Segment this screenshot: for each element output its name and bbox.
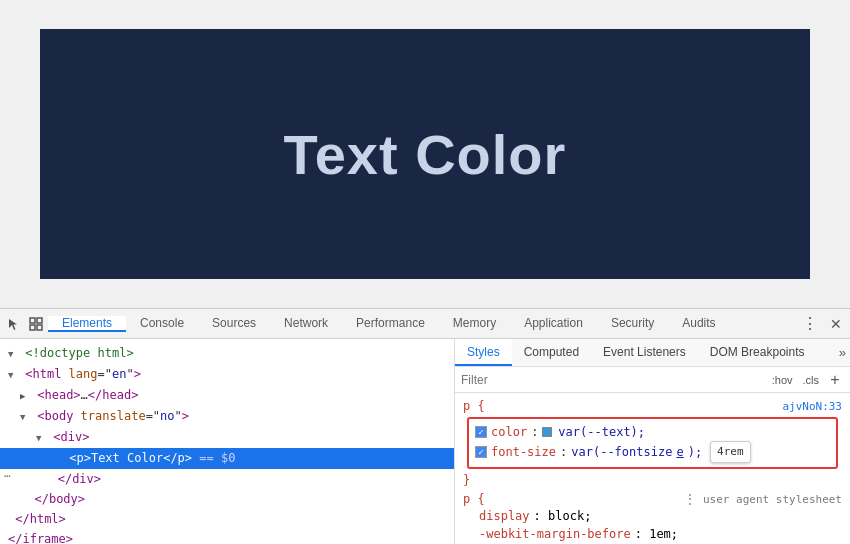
devtools-more-icon[interactable]: ⋮ xyxy=(798,314,822,333)
add-style-button[interactable]: + xyxy=(826,371,844,389)
dom-line[interactable]: <html lang="en"> xyxy=(0,364,454,385)
triangle-icon[interactable]: ▶ xyxy=(20,387,30,405)
inspect-icon[interactable] xyxy=(26,314,46,334)
rule1-prop-fontsize: font-size: var(--fontsizee); 4rem xyxy=(475,441,830,463)
styles-subtab-more-icon[interactable]: » xyxy=(839,345,846,360)
styles-subtab-overflow: » xyxy=(839,339,850,366)
devtools-panel: Elements Console Sources Network Perform… xyxy=(0,308,850,544)
svg-rect-0 xyxy=(30,318,35,323)
dom-line[interactable]: <div> xyxy=(0,427,454,448)
triangle-icon[interactable] xyxy=(36,429,46,447)
prop-checkbox-fontsize[interactable] xyxy=(475,446,487,458)
subtab-dom-breakpoints[interactable]: DOM Breakpoints xyxy=(698,339,817,366)
svg-rect-3 xyxy=(37,325,42,330)
preview-area: Text Color xyxy=(0,0,850,308)
subtab-event-listeners[interactable]: Event Listeners xyxy=(591,339,698,366)
cls-button[interactable]: .cls xyxy=(800,373,823,387)
rule2-prop-margin-before: -webkit-margin-before: 1em; xyxy=(463,525,842,543)
dom-selection-indicator: … xyxy=(4,467,11,480)
rule2-prop-display: display: block; xyxy=(463,507,842,525)
tab-memory[interactable]: Memory xyxy=(439,316,510,332)
dom-line[interactable]: </div> xyxy=(0,469,454,489)
preview-text: Text Color xyxy=(284,122,567,187)
styles-content: p { ajvNoN:33 color: var(--text); font-s xyxy=(455,393,850,544)
styles-filter-right: :hov .cls + xyxy=(769,371,844,389)
dom-line[interactable]: </html> xyxy=(0,509,454,529)
rule2-source: user agent stylesheet xyxy=(703,493,842,506)
rule2-selector: p { xyxy=(463,492,485,506)
subtab-styles[interactable]: Styles xyxy=(455,339,512,366)
svg-rect-2 xyxy=(30,325,35,330)
styles-filter-input[interactable] xyxy=(461,373,765,387)
rule-block-2: p { ⋮ user agent stylesheet display: blo… xyxy=(455,489,850,544)
triangle-icon[interactable] xyxy=(20,408,30,426)
rule2-three-dots[interactable]: ⋮ xyxy=(683,491,697,507)
styles-filter-bar: :hov .cls + xyxy=(455,367,850,393)
devtools-main-tabs: Elements Console Sources Network Perform… xyxy=(48,316,798,332)
dom-panel: … <!doctype html> <html lang="en"> ▶ <he… xyxy=(0,339,455,544)
tab-security[interactable]: Security xyxy=(597,316,668,332)
tab-audits[interactable]: Audits xyxy=(668,316,729,332)
svg-rect-1 xyxy=(37,318,42,323)
preview-box: Text Color xyxy=(40,29,810,279)
tab-network[interactable]: Network xyxy=(270,316,342,332)
triangle-icon[interactable] xyxy=(8,345,18,363)
triangle-icon xyxy=(52,450,62,468)
styles-panel: Styles Computed Event Listeners DOM Brea… xyxy=(455,339,850,544)
dom-line-selected[interactable]: <p>Text Color</p> == $0 xyxy=(0,448,454,469)
rule1-prop-color: color: var(--text); xyxy=(475,423,830,441)
dom-line[interactable]: ▶ <head>…</head> xyxy=(0,385,454,406)
tab-elements[interactable]: Elements xyxy=(48,316,126,332)
styles-subtabs: Styles Computed Event Listeners DOM Brea… xyxy=(455,339,850,367)
tab-console[interactable]: Console xyxy=(126,316,198,332)
rule1-highlighted-block: color: var(--text); font-size: var(--fon… xyxy=(467,417,838,469)
devtools-tabs-bar: Elements Console Sources Network Perform… xyxy=(0,309,850,339)
triangle-icon[interactable] xyxy=(8,366,18,384)
rule1-selector: p { xyxy=(463,399,485,413)
subtab-computed[interactable]: Computed xyxy=(512,339,591,366)
tab-application[interactable]: Application xyxy=(510,316,597,332)
prop-checkbox-color[interactable] xyxy=(475,426,487,438)
dom-line[interactable]: </iframe> xyxy=(0,529,454,544)
hov-button[interactable]: :hov xyxy=(769,373,796,387)
tab-performance[interactable]: Performance xyxy=(342,316,439,332)
rule-block-1: p { ajvNoN:33 color: var(--text); font-s xyxy=(455,397,850,489)
devtools-body: … <!doctype html> <html lang="en"> ▶ <he… xyxy=(0,339,850,544)
rule1-source[interactable]: ajvNoN:33 xyxy=(782,400,842,413)
devtools-close-button[interactable]: ✕ xyxy=(826,316,846,332)
devtools-tab-overflow-area: ⋮ ✕ xyxy=(798,314,846,333)
tooltip-4rem: 4rem xyxy=(710,441,751,463)
color-swatch[interactable] xyxy=(542,427,552,437)
cursor-icon[interactable] xyxy=(4,314,24,334)
dom-line[interactable]: </body> xyxy=(0,489,454,509)
dom-line[interactable]: <body translate="no"> xyxy=(0,406,454,427)
dom-line[interactable]: <!doctype html> xyxy=(0,343,454,364)
tab-sources[interactable]: Sources xyxy=(198,316,270,332)
